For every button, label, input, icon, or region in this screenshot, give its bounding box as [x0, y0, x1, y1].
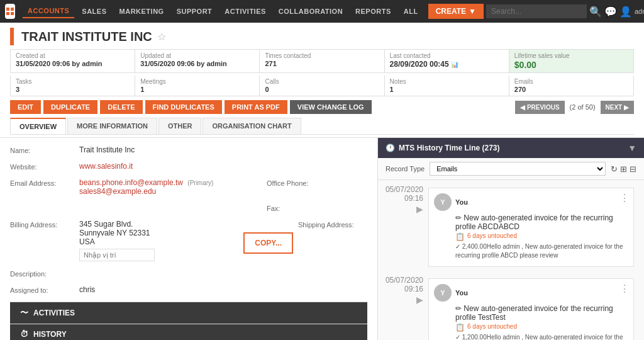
nav-activities[interactable]: ACTIVITIES — [219, 5, 271, 18]
notes-cell: Notes 1 — [385, 76, 509, 96]
delete-button[interactable]: DELETE — [100, 100, 142, 114]
clipboard-icon-2: 📋 — [455, 323, 465, 332]
meta-row-1: Created at 31/05/2020 09:06 by admin Upd… — [10, 49, 634, 73]
assigned-value: chris — [79, 285, 367, 294]
activities-section[interactable]: 〜 ACTIVITIES — [10, 302, 367, 324]
fax-label: Fax: — [267, 203, 336, 212]
nav-collaboration[interactable]: COLLABORATION — [274, 5, 348, 18]
email-value: beans.phone.info@example.tw (Primary) sa… — [79, 178, 267, 196]
description-label: Description: — [10, 269, 79, 278]
right-panel: 🕐 MTS History Time Line (273) ▼ Record T… — [377, 138, 644, 340]
next-button[interactable]: NEXT ▶ — [601, 101, 634, 114]
fax-spacer — [10, 203, 79, 205]
calls-cell: Calls 0 — [260, 76, 384, 96]
emails-cell: Emails 270 — [509, 76, 633, 96]
create-button[interactable]: CREATE ▼ — [428, 4, 484, 19]
avatar-2: Y — [434, 284, 452, 302]
arrow-2: ▶ — [383, 295, 423, 305]
find-duplicates-button[interactable]: FIND DUPLICATES — [145, 100, 222, 114]
date-col-1: 05/07/2020 09:16 ▶ — [378, 180, 428, 271]
copy-button[interactable]: COPY... — [243, 232, 293, 254]
activities-icon: 〜 — [20, 307, 28, 319]
meta-row-2: Tasks 3 Meetings 1 Calls 0 Notes 1 Email… — [10, 76, 634, 96]
nav-accounts[interactable]: ACCOUNTS — [23, 4, 74, 18]
entry-body-2: ✏ New auto-generated invoice for the rec… — [434, 304, 628, 340]
entry-more-1[interactable]: ⋮ — [619, 192, 630, 204]
refresh-icon[interactable]: ↻ — [611, 164, 618, 174]
main-content: Name: Trait Institute Inc Website: www.s… — [0, 138, 644, 340]
timeline-toggle-btn[interactable]: ▼ — [628, 143, 636, 153]
timeline-header: 🕐 MTS History Time Line (273) ▼ — [378, 138, 644, 158]
timeline-entry-1: Y You ⋮ ✏ New auto-generated invoice for… — [428, 188, 634, 267]
expand-icon[interactable]: ⊟ — [630, 164, 636, 174]
office-phone-col: Office Phone: — [267, 178, 367, 187]
nav-sales[interactable]: SALES — [77, 5, 111, 18]
record-type-row: Record Type Emails ↻ ⊞ ⊟ — [378, 158, 644, 180]
email2-link[interactable]: sales84@example.edu — [79, 187, 156, 196]
print-as-pdf-button[interactable]: PRINT AS PDF — [225, 100, 287, 114]
last-contacted-cell: Last contacted 28/09/2020 00:45 📊 — [385, 50, 509, 72]
entry-line2-2: 📋 6 days untouched — [455, 323, 628, 332]
tab-overview[interactable]: OVERVIEW — [10, 118, 66, 134]
email1-badge: (Primary) — [187, 179, 213, 186]
duplicate-button[interactable]: DUPLICATE — [43, 100, 97, 114]
assigned-row: Assigned to: chris — [10, 285, 367, 294]
entry-author-2: You — [455, 289, 468, 297]
website-value: www.salesinfo.it — [79, 162, 367, 171]
clipboard-icon-1: 📋 — [455, 232, 465, 241]
admin-label: admin — [635, 8, 644, 15]
history-label: HISTORY — [33, 330, 67, 339]
title-accent — [10, 28, 14, 45]
top-navigation: ACCOUNTS SALES MARKETING SUPPORT ACTIVIT… — [0, 0, 644, 23]
fax-field-row: Fax: — [10, 203, 367, 212]
assigned-label: Assigned to: — [10, 285, 79, 294]
timeline-group-1: 05/07/2020 09:16 ▶ Y You ⋮ ✏ New auto-ge… — [378, 180, 644, 271]
name-label: Name: — [10, 145, 79, 154]
svg-rect-3 — [11, 12, 14, 15]
user-icon[interactable]: 👤 — [619, 6, 632, 18]
page-title: TRAIT INSTITUTE INC — [21, 30, 152, 44]
edit-button[interactable]: EDIT — [10, 100, 41, 114]
email1-link[interactable]: beans.phone.info@example.tw — [79, 178, 183, 187]
fax-col: Fax: — [267, 203, 367, 212]
timeline-title: 🕐 MTS History Time Line (273) — [386, 144, 499, 152]
time-1: 09:16 — [383, 194, 423, 203]
date-1: 05/07/2020 — [383, 185, 423, 194]
entry-container-1: Y You ⋮ ✏ New auto-generated invoice for… — [428, 180, 644, 271]
billing-line1: 345 Sugar Blvd. — [79, 220, 236, 229]
lifetime-value-cell: Lifetime sales value $0.00 — [509, 50, 633, 72]
email-field-row: Email Address: beans.phone.info@example.… — [10, 178, 367, 196]
view-change-log-button[interactable]: VIEW CHANGE LOG — [290, 100, 372, 114]
billing-label: Billing Address: — [10, 220, 79, 229]
times-contacted-cell: Times contacted 271 — [260, 50, 384, 72]
website-label: Website: — [10, 162, 79, 171]
arrow-1: ▶ — [383, 204, 423, 214]
entry-line1-1: ✏ New auto-generated invoice for the rec… — [455, 213, 628, 231]
record-type-select[interactable]: Emails — [430, 162, 606, 176]
left-panel: Name: Trait Institute Inc Website: www.s… — [0, 138, 377, 340]
tab-other[interactable]: OTHER — [158, 118, 202, 134]
history-section[interactable]: ⏱ HISTORY — [10, 324, 367, 340]
page-header: TRAIT INSTITUTE INC ☆ Created at 31/05/2… — [0, 23, 644, 138]
tab-organisation-chart[interactable]: ORGANISATION CHART — [203, 118, 301, 134]
meetings-cell: Meetings 1 — [135, 76, 260, 96]
nav-all[interactable]: ALL — [399, 5, 423, 18]
search-icon[interactable]: 🔍 — [589, 6, 602, 18]
search-input[interactable] — [486, 4, 587, 18]
nav-marketing[interactable]: MARKETING — [114, 5, 169, 18]
tab-more-information[interactable]: MORE INFORMATION — [67, 118, 157, 134]
chat-icon[interactable]: 💬 — [604, 6, 617, 18]
history-icon: ⏱ — [20, 329, 28, 339]
previous-button[interactable]: ◀ PREVIOUS — [515, 101, 564, 114]
website-link[interactable]: www.salesinfo.it — [79, 162, 133, 171]
logo[interactable] — [5, 4, 15, 19]
entry-more-2[interactable]: ⋮ — [619, 283, 630, 295]
grid-icon[interactable]: ⊞ — [620, 164, 627, 174]
nav-reports[interactable]: REPORTS — [350, 5, 396, 18]
nav-support[interactable]: SUPPORT — [172, 5, 218, 18]
entry-header-2: Y You — [434, 284, 628, 302]
billing-input[interactable] — [79, 249, 155, 261]
tabs: OVERVIEW MORE INFORMATION OTHER ORGANISA… — [10, 118, 634, 135]
entry-container-2: Y You ⋮ ✏ New auto-generated invoice for… — [428, 271, 644, 340]
favorite-icon[interactable]: ☆ — [157, 31, 166, 43]
